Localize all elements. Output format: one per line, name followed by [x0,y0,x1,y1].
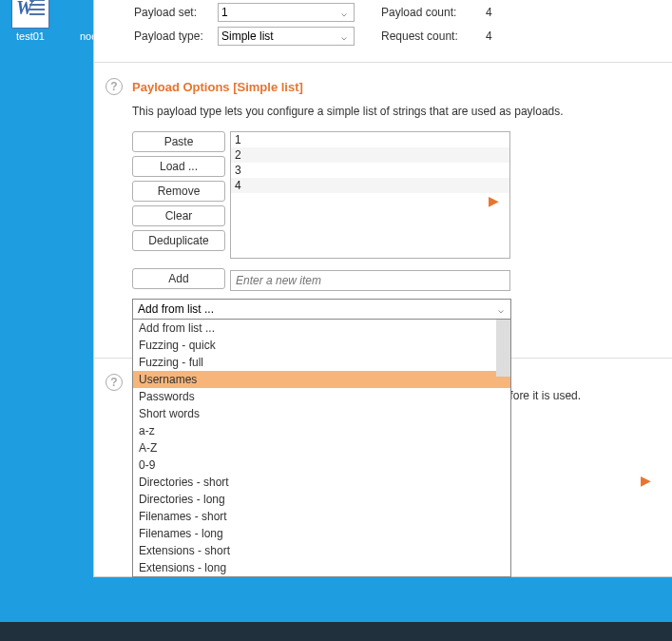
list-item[interactable]: 3 [231,163,509,178]
add-button[interactable]: Add [132,268,225,289]
add-from-list-select[interactable]: Add from list ... ⌵ [132,299,511,320]
arrow-right-icon: ▶ [489,193,499,208]
dropdown-option[interactable]: Filenames - short [133,508,510,525]
payload-set-select[interactable]: 1 ⌵ [218,3,355,22]
payload-type-label: Payload type: [134,29,218,43]
taskbar[interactable] [0,622,672,641]
chevron-down-icon: ⌵ [337,8,351,18]
list-item[interactable]: 2 [231,147,509,163]
load-button[interactable]: Load ... [132,156,225,177]
add-item-input[interactable] [230,270,510,291]
dropdown-option[interactable]: Extensions - long [133,559,510,576]
list-item[interactable]: 1 [231,132,509,147]
word-doc-icon: W [11,0,49,29]
help-icon[interactable]: ? [106,374,123,391]
arrow-right-icon: ▶ [641,473,651,488]
remove-button[interactable]: Remove [132,181,225,202]
list-item[interactable]: 4 [231,178,509,193]
dropdown-option[interactable]: Short words [133,405,510,422]
dropdown-option[interactable]: a-z [133,422,510,439]
help-icon[interactable]: ? [106,78,123,95]
section-title: Payload Options [Simple list] [132,80,303,94]
dropdown-option[interactable]: Add from list ... [133,320,510,337]
desktop-icon-label: test01 [2,30,59,42]
dropdown-option[interactable]: Extensions - short [133,542,510,559]
chevron-down-icon: ⌵ [494,304,508,315]
chevron-down-icon: ⌵ [337,31,351,42]
dropdown-option[interactable]: Usernames [133,371,510,388]
payload-count-value: 4 [486,6,492,19]
clear-button[interactable]: Clear [132,205,225,226]
scrollbar[interactable] [496,320,510,377]
payload-type-select[interactable]: Simple list ⌵ [218,27,355,46]
section-description: This payload type lets you configure a s… [132,105,661,118]
payload-set-settings: Payload set: 1 ⌵ Payload count: 4 Payloa… [94,0,672,63]
app-window: Payload set: 1 ⌵ Payload count: 4 Payloa… [93,0,672,577]
dropdown-option[interactable]: Passwords [133,388,510,405]
payload-set-label: Payload set: [134,6,218,19]
dropdown-option[interactable]: Fuzzing - full [133,354,510,371]
payload-count-label: Payload count: [381,6,486,19]
dropdown-option[interactable]: Directories - long [133,491,510,508]
request-count-value: 4 [486,29,492,43]
payload-options-section: ? Payload Options [Simple list] This pay… [94,63,672,320]
request-count-label: Request count: [381,29,486,43]
desktop-icon-test01[interactable]: W test01 [2,0,59,42]
payload-list[interactable]: 1 2 3 4 [230,131,510,259]
dropdown-option[interactable]: 0-9 [133,456,510,474]
dropdown-option[interactable]: A-Z [133,439,510,456]
dropdown-option[interactable]: Fuzzing - quick [133,337,510,354]
dropdown-option[interactable]: Directories - short [133,474,510,491]
add-from-list-dropdown: Add from list ...Fuzzing - quickFuzzing … [132,320,511,577]
deduplicate-button[interactable]: Deduplicate [132,230,225,251]
dropdown-option[interactable]: Filenames - long [133,525,510,542]
paste-button[interactable]: Paste [132,131,225,152]
